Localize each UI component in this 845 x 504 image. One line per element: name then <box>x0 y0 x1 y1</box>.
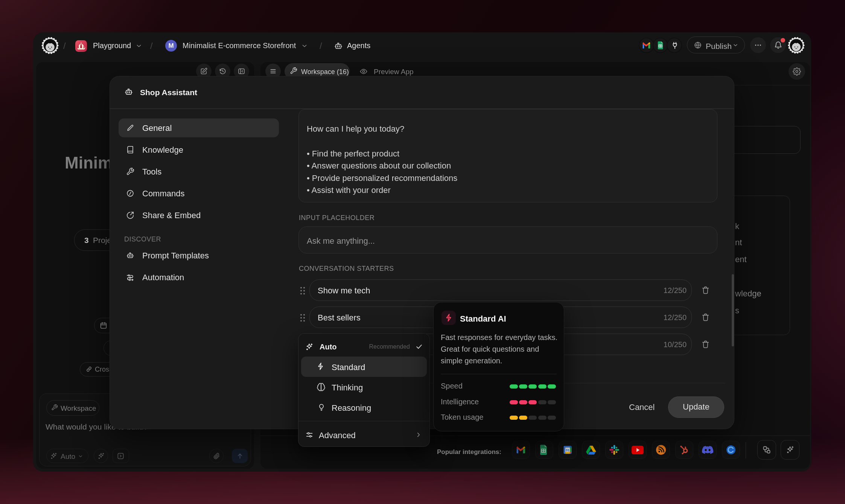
svg-text:31: 31 <box>566 448 570 452</box>
